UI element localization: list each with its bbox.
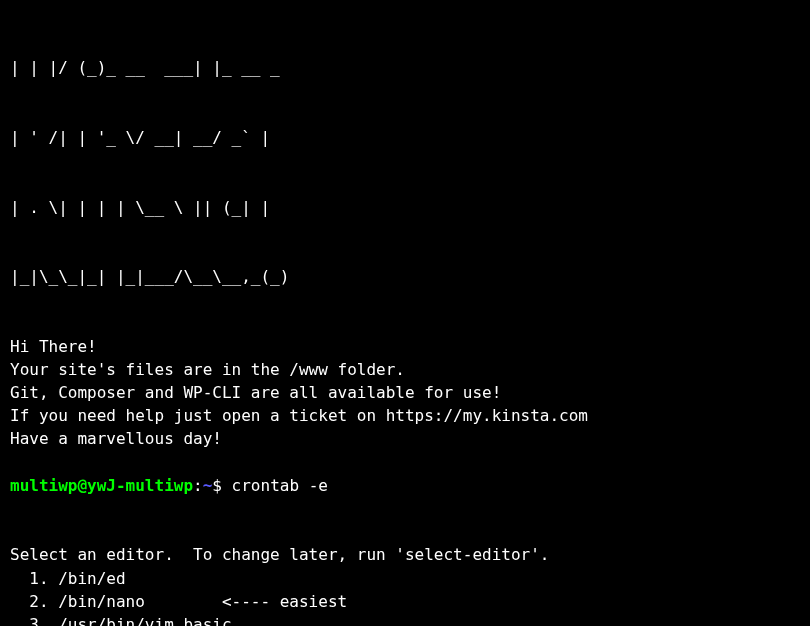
ascii-line-1: | | |/ (_)_ __ ___| |_ __ _ [10, 56, 800, 79]
motd-tools: Git, Composer and WP-CLI are all availab… [10, 381, 800, 404]
motd-closing: Have a marvellous day! [10, 427, 800, 450]
blank-line [10, 520, 800, 543]
editor-option-2: 2. /bin/nano <---- easiest [10, 590, 800, 613]
prompt-symbol: $ [212, 476, 222, 495]
ascii-line-3: | . \| | | | \__ \ || (_| | [10, 196, 800, 219]
motd-greeting: Hi There! [10, 335, 800, 358]
blank-line [10, 311, 800, 334]
blank-line [10, 497, 800, 520]
editor-header: Select an editor. To change later, run '… [10, 543, 800, 566]
ascii-line-4: |_|\_\_|_| |_|___/\__\__,_(_) [10, 265, 800, 288]
motd-help: If you need help just open a ticket on h… [10, 404, 800, 427]
prompt-separator: : [193, 476, 203, 495]
blank-line [10, 451, 800, 474]
prompt-user-host: multiwp@ywJ-multiwp [10, 476, 193, 495]
prompt-cwd: ~ [203, 476, 213, 495]
prompt-line[interactable]: multiwp@ywJ-multiwp:~$ crontab -e [10, 474, 800, 497]
editor-select-block: Select an editor. To change later, run '… [10, 543, 800, 626]
command-text [222, 476, 232, 495]
motd-files: Your site's files are in the /www folder… [10, 358, 800, 381]
ascii-line-2: | ' /| | '_ \/ __| __/ _` | [10, 126, 800, 149]
editor-option-1: 1. /bin/ed [10, 567, 800, 590]
motd-block: Hi There! Your site's files are in the /… [10, 335, 800, 451]
command-value: crontab -e [232, 476, 328, 495]
editor-option-3: 3. /usr/bin/vim.basic [10, 613, 800, 626]
ascii-art-banner: | | |/ (_)_ __ ___| |_ __ _ | ' /| | '_ … [10, 10, 800, 311]
